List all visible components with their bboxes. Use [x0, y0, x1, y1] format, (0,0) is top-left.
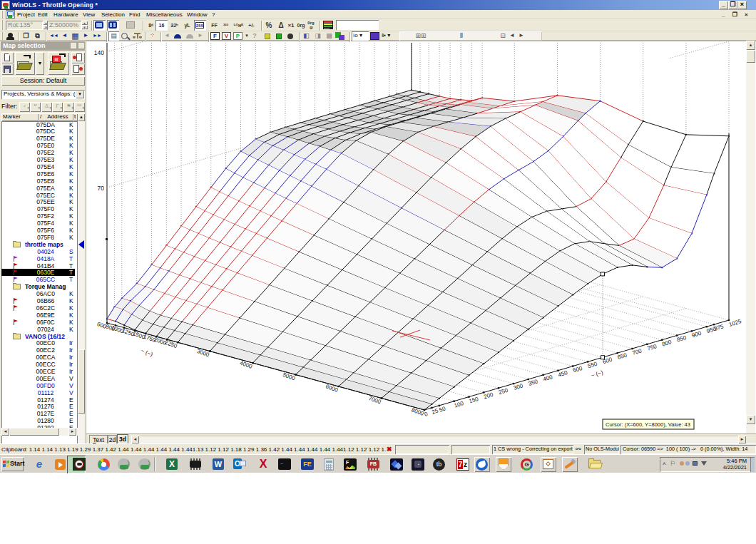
svg-text:70: 70: [98, 185, 105, 192]
svg-text:140: 140: [94, 49, 104, 56]
svg-text:Cursor: (X=600, Y=8000), Value: Cursor: (X=600, Y=8000), Value: 43: [606, 421, 690, 428]
